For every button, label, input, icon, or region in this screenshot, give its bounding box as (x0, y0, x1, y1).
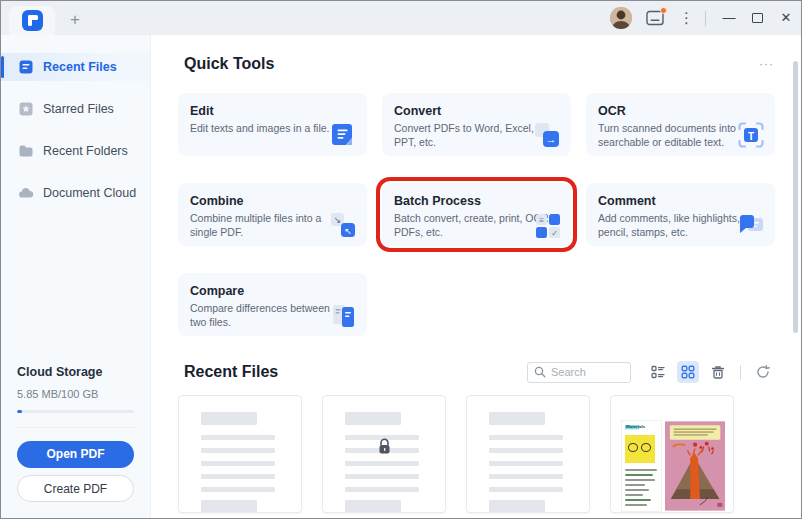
folder-icon (18, 143, 34, 159)
tool-title: Batch Process (394, 194, 559, 208)
search-box[interactable] (527, 362, 631, 383)
vertical-scrollbar[interactable] (793, 61, 798, 333)
titlebar-divider (705, 11, 706, 26)
sidebar: Recent Files Starred Files Recent Folder… (1, 35, 151, 518)
convert-icon: → (532, 120, 562, 150)
cloud-icon (18, 185, 34, 201)
ocr-icon: T (736, 120, 766, 150)
worksheet-left-page: Materials (621, 420, 662, 512)
materials-label: Materials (625, 425, 639, 429)
menu-kebab-button[interactable]: ⋮ (679, 9, 691, 27)
tool-title: Compare (190, 284, 355, 298)
sidebar-item-document-cloud[interactable]: Document Cloud (1, 179, 150, 207)
sidebar-item-recent-files[interactable]: Recent Files (1, 53, 150, 81)
sidebar-item-label: Document Cloud (43, 186, 136, 200)
placeholder-title-bar (489, 412, 545, 425)
tool-card-edit[interactable]: Edit Edit texts and images in a file. (178, 93, 367, 156)
create-pdf-button[interactable]: Create PDF (17, 475, 134, 502)
tool-desc: Turn scanned documents into searchable o… (598, 122, 756, 149)
tool-card-convert[interactable]: Convert Convert PDFs to Word, Excel, PPT… (382, 93, 571, 156)
minimize-button[interactable]: — (720, 1, 738, 35)
refresh-button[interactable] (752, 361, 774, 383)
list-view-icon (650, 364, 666, 380)
new-tab-button[interactable]: + (63, 8, 87, 32)
avatar-photo-icon (610, 7, 632, 29)
svg-text:≡: ≡ (539, 216, 544, 225)
lock-icon (377, 438, 392, 455)
tool-desc: Compare differences between two files. (190, 302, 348, 329)
user-avatar[interactable] (610, 7, 632, 29)
compare-icon (328, 300, 358, 330)
sidebar-item-starred-files[interactable]: Starred Files (1, 95, 150, 123)
file-card-volcano-worksheet[interactable]: Materials (610, 395, 734, 513)
sidebar-item-label: Recent Files (43, 60, 117, 74)
document-tab[interactable] (9, 6, 55, 35)
tool-title: Convert (394, 104, 559, 118)
file-card-locked[interactable] (322, 395, 446, 513)
tool-card-compare[interactable]: Compare Compare differences between two … (178, 273, 367, 336)
cloud-storage-progressbar (17, 410, 134, 413)
more-options-icon[interactable]: ··· (759, 59, 774, 69)
tool-title: Comment (598, 194, 763, 208)
recent-files-title: Recent Files (184, 363, 278, 381)
trash-icon (710, 364, 726, 380)
quick-tools-title: Quick Tools (184, 55, 274, 73)
tool-desc: Combine multiple files into a single PDF… (190, 212, 348, 239)
search-input[interactable] (551, 366, 621, 378)
cloud-storage-usage: 5.85 MB/100 GB (17, 388, 134, 400)
grid-view-icon (680, 364, 696, 380)
tool-desc: Batch convert, create, print, OCR PDFs, … (394, 212, 552, 239)
batch-process-icon: ≡ ✓ (532, 210, 562, 240)
open-pdf-button[interactable]: Open PDF (17, 441, 134, 468)
toolbar-divider (740, 365, 741, 380)
cloud-storage-title: Cloud Storage (17, 365, 134, 379)
doodle-box (625, 435, 655, 463)
pdf-app-window: + ⋮ — ✕ (0, 0, 802, 519)
cloud-storage-panel: Cloud Storage 5.85 MB/100 GB Open PDF Cr… (17, 365, 134, 502)
svg-text:↘: ↘ (334, 215, 342, 225)
titlebar: + ⋮ — ✕ (1, 1, 801, 35)
file-card[interactable] (466, 395, 590, 513)
tool-card-batch-process[interactable]: Batch Process Batch convert, create, pri… (382, 183, 571, 246)
file-card[interactable] (178, 395, 302, 513)
tool-title: OCR (598, 104, 763, 118)
quick-tools-grid: Edit Edit texts and images in a file. (178, 93, 776, 336)
search-icon (534, 366, 546, 378)
svg-text:↖: ↖ (344, 226, 352, 236)
tool-card-ocr[interactable]: OCR Turn scanned documents into searchab… (586, 93, 775, 156)
tool-desc: Convert PDFs to Word, Excel, PPT, etc. (394, 122, 552, 149)
star-icon (18, 101, 34, 117)
comment-icon (736, 210, 766, 240)
cloud-storage-progress-fill (17, 410, 22, 413)
tool-card-combine[interactable]: Combine Combine multiple files into a si… (178, 183, 367, 246)
sidebar-item-recent-folders[interactable]: Recent Folders (1, 137, 150, 165)
tool-desc: Add comments, like highlights, pencil, s… (598, 212, 756, 239)
refresh-icon (755, 364, 771, 380)
grid-view-button[interactable] (677, 361, 699, 383)
sidebar-item-label: Recent Folders (43, 144, 128, 158)
recent-files-icon (18, 59, 34, 75)
notification-dot (660, 7, 667, 14)
placeholder-title-bar (345, 412, 401, 425)
notifications-button[interactable] (646, 10, 665, 26)
svg-text:✓: ✓ (551, 229, 558, 238)
tool-title: Combine (190, 194, 355, 208)
list-view-button[interactable] (647, 361, 669, 383)
placeholder-title-bar (201, 412, 257, 425)
tool-desc: Edit texts and images in a file. (190, 122, 348, 136)
app-logo-icon (22, 10, 43, 31)
edit-icon (328, 120, 358, 150)
volcano-illustration (665, 420, 725, 512)
recent-files-grid: Materials (178, 395, 734, 513)
sidebar-divider (17, 427, 134, 428)
svg-text:T: T (748, 131, 754, 142)
tool-card-comment[interactable]: Comment Add comments, like highlights, p… (586, 183, 775, 246)
delete-button[interactable] (707, 361, 729, 383)
close-button[interactable]: ✕ (777, 1, 795, 35)
main-panel: Quick Tools ··· Edit Edit texts and imag… (151, 35, 801, 518)
svg-text:→: → (546, 133, 557, 145)
app-body: Recent Files Starred Files Recent Folder… (1, 35, 801, 518)
materials-list (625, 469, 657, 509)
maximize-button[interactable] (752, 13, 763, 23)
combine-icon: ↘ ↖ (328, 210, 358, 240)
